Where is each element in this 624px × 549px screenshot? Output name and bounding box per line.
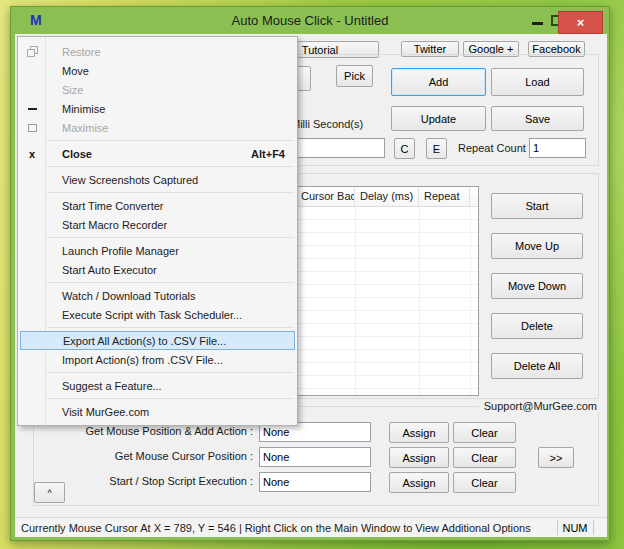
status-separator (593, 520, 594, 535)
load-button[interactable]: Load (491, 68, 584, 96)
close-icon: x (24, 148, 40, 160)
hotkey-input-script-execution[interactable] (259, 472, 371, 492)
column-line (470, 207, 471, 395)
menu-item-close[interactable]: xCloseAlt+F4 (18, 144, 297, 163)
add-button[interactable]: Add (391, 68, 486, 96)
menu-item-label: View Screenshots Captured (62, 174, 198, 186)
menu-item-move[interactable]: Move (18, 61, 297, 80)
list-column-repeat[interactable]: Repeat (419, 187, 470, 206)
menu-item-label: Size (62, 84, 83, 96)
menu-item-watch-download-tutorials[interactable]: Watch / Download Tutorials (18, 286, 297, 305)
close-icon: × (577, 15, 585, 30)
clear-button-add-action[interactable]: Clear (453, 422, 516, 443)
hotkey-label-add-action: Get Mouse Position & Add Action : (15, 425, 253, 437)
menu-item-export-all-action-s-to-csv-file[interactable]: Export All Action(s) to .CSV File... (20, 331, 295, 350)
menu-separator (18, 189, 297, 196)
menu-separator (18, 163, 297, 170)
status-text: Currently Mouse Cursor At X = 789, Y = 5… (21, 522, 531, 534)
collapse-button[interactable]: ^ (34, 482, 65, 503)
menu-item-label: Minimise (62, 103, 105, 115)
menu-separator (18, 137, 297, 144)
menu-item-label: Restore (62, 46, 101, 58)
move-up-button[interactable]: Move Up (491, 233, 583, 259)
move-down-button[interactable]: Move Down (491, 273, 583, 299)
menu-item-visit-murgee-com[interactable]: Visit MurGee.com (18, 402, 297, 421)
menu-item-label: Launch Profile Manager (62, 245, 179, 257)
edit-delay-button[interactable]: E (426, 138, 447, 159)
menu-separator (18, 279, 297, 286)
update-button[interactable]: Update (391, 106, 486, 131)
restore-icon (24, 46, 40, 57)
menu-item-label: Start Time Converter (62, 200, 163, 212)
list-column-delay[interactable]: Delay (ms) (355, 187, 419, 206)
menu-item-start-auto-executor[interactable]: Start Auto Executor (18, 260, 297, 279)
support-email-label: Support@MurGee.com (479, 400, 602, 412)
hotkey-label-cursor-position: Get Mouse Cursor Position : (15, 450, 253, 462)
menu-item-execute-script-with-task-scheduler[interactable]: Execute Script with Task Scheduler... (18, 305, 297, 324)
menu-item-label: Visit MurGee.com (62, 406, 149, 418)
menu-item-label: Move (62, 65, 89, 77)
menu-separator (18, 234, 297, 241)
menu-item-label: Maximise (62, 122, 108, 134)
milliseconds-label: Milli Second(s) (291, 118, 363, 130)
assign-button-cursor-position[interactable]: Assign (389, 447, 449, 468)
assign-button-add-action[interactable]: Assign (389, 422, 449, 443)
menu-item-label: Start Auto Executor (62, 264, 157, 276)
menu-item-label: Start Macro Recorder (62, 219, 167, 231)
menu-item-restore[interactable]: Restore (18, 42, 297, 61)
minimize-icon[interactable] (532, 22, 543, 25)
menu-item-start-time-converter[interactable]: Start Time Converter (18, 196, 297, 215)
list-column-filler (470, 187, 478, 206)
pick-button[interactable]: Pick (336, 65, 373, 87)
maximize-icon (24, 124, 40, 132)
close-button[interactable]: × (558, 11, 603, 34)
menu-separator (18, 395, 297, 402)
clear-delay-button[interactable]: C (394, 138, 415, 159)
titlebar[interactable]: M Auto Mouse Click - Untitled × (11, 7, 609, 34)
minimize-icon (24, 108, 40, 110)
menu-item-minimise[interactable]: Minimise (18, 99, 297, 118)
menu-item-launch-profile-manager[interactable]: Launch Profile Manager (18, 241, 297, 260)
system-menu: RestoreMoveSizeMinimiseMaximisexCloseAlt… (17, 36, 298, 426)
assign-button-script-execution[interactable]: Assign (389, 472, 449, 493)
menu-item-start-macro-recorder[interactable]: Start Macro Recorder (18, 215, 297, 234)
menu-separator (18, 324, 297, 331)
repeat-count-label: Repeat Count : (458, 142, 532, 154)
menu-item-label: Export All Action(s) to .CSV File... (63, 335, 226, 347)
save-button[interactable]: Save (491, 106, 584, 131)
menu-item-suggest-a-feature[interactable]: Suggest a Feature... (18, 376, 297, 395)
hotkey-input-cursor-position[interactable] (259, 447, 371, 467)
num-lock-indicator: NUM (557, 522, 593, 534)
repeat-count-input[interactable] (529, 138, 586, 158)
menu-item-label: Suggest a Feature... (62, 380, 162, 392)
delete-all-button[interactable]: Delete All (491, 353, 583, 379)
menu-separator (18, 369, 297, 376)
menu-item-label: Close (62, 148, 92, 160)
expand-button[interactable]: >> (538, 447, 574, 468)
menu-item-label: Execute Script with Task Scheduler... (62, 309, 242, 321)
column-line (355, 207, 356, 395)
menu-item-view-screenshots-captured[interactable]: View Screenshots Captured (18, 170, 297, 189)
list-column-cursor-back[interactable]: Cursor Back (296, 187, 355, 206)
status-bar: Currently Mouse Cursor At X = 789, Y = 5… (15, 517, 607, 537)
menu-item-label: Import Action(s) from .CSV File... (62, 354, 223, 366)
column-line (419, 207, 420, 395)
clear-button-script-execution[interactable]: Clear (453, 472, 516, 493)
menu-item-label: Watch / Download Tutorials (62, 290, 195, 302)
menu-item-maximise[interactable]: Maximise (18, 118, 297, 137)
menu-item-import-action-s-from-csv-file[interactable]: Import Action(s) from .CSV File... (18, 350, 297, 369)
start-button[interactable]: Start (491, 193, 583, 219)
window-title: Auto Mouse Click - Untitled (11, 13, 609, 28)
menu-item-shortcut: Alt+F4 (251, 148, 285, 160)
menu-item-size[interactable]: Size (18, 80, 297, 99)
delete-button[interactable]: Delete (491, 313, 583, 339)
clear-button-cursor-position[interactable]: Clear (453, 447, 516, 468)
